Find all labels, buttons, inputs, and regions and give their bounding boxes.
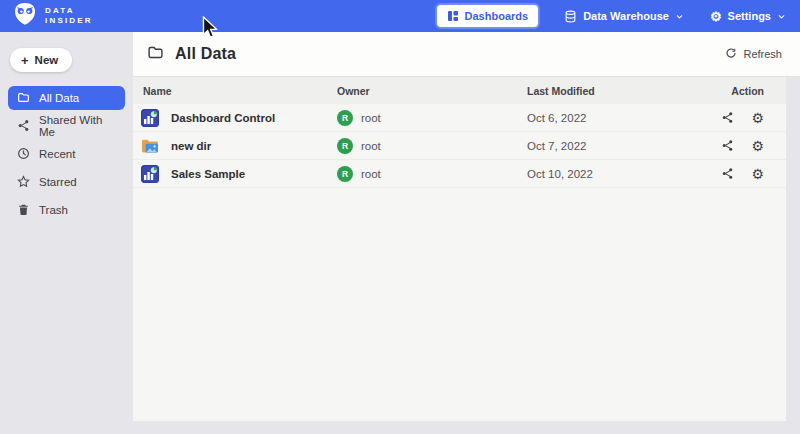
- app-logo: DATA INSIDER: [12, 2, 93, 30]
- owner-name: root: [361, 112, 381, 124]
- table-row[interactable]: Dashboard Control R root Oct 6, 2022: [133, 104, 786, 132]
- sidebar-item-label: All Data: [39, 92, 79, 104]
- owner-avatar: R: [337, 138, 353, 154]
- star-icon: [17, 175, 30, 190]
- sidebar-item-label: Shared With Me: [39, 114, 116, 138]
- last-modified: Oct 10, 2022: [527, 168, 717, 180]
- file-table: Name Owner Last Modified Action: [133, 77, 786, 421]
- column-header-owner: Owner: [337, 85, 527, 97]
- page-header: All Data Refresh: [133, 32, 800, 77]
- last-modified: Oct 7, 2022: [527, 140, 717, 152]
- dashboard-file-icon: [141, 109, 159, 127]
- share-button[interactable]: [721, 167, 734, 180]
- content-area: Name Owner Last Modified Action: [133, 77, 800, 434]
- sidebar-item-starred[interactable]: Starred: [8, 170, 125, 194]
- data-warehouse-label: Data Warehouse: [583, 10, 669, 22]
- logo-line-2: INSIDER: [45, 16, 93, 26]
- top-nav: Dashboards Data Warehouse ⚙ Settings: [437, 5, 786, 27]
- column-header-name: Name: [133, 85, 337, 97]
- gear-icon: ⚙: [710, 10, 722, 23]
- chevron-down-icon: [675, 12, 684, 21]
- sidebar-item-all-data[interactable]: All Data: [8, 86, 125, 110]
- share-button[interactable]: [721, 139, 734, 152]
- refresh-icon: [725, 47, 737, 61]
- data-warehouse-menu[interactable]: Data Warehouse: [564, 10, 684, 23]
- trash-icon: [17, 203, 30, 218]
- chevron-down-icon: [777, 12, 786, 21]
- last-modified: Oct 6, 2022: [527, 112, 717, 124]
- settings-label: Settings: [728, 10, 771, 22]
- app-window: DATA INSIDER Dashboards: [0, 0, 800, 434]
- main-area: All Data Refresh Name Owner: [133, 32, 800, 434]
- folder-icon: [147, 44, 164, 65]
- settings-gear-button[interactable]: ⚙: [751, 139, 764, 153]
- share-button[interactable]: [721, 111, 734, 124]
- folder-icon: [17, 91, 30, 106]
- settings-gear-button[interactable]: ⚙: [751, 167, 764, 181]
- new-button[interactable]: + New: [10, 48, 72, 72]
- file-name[interactable]: Dashboard Control: [171, 112, 275, 124]
- sidebar: + New All Data Shared With: [0, 32, 133, 434]
- dashboards-label: Dashboards: [465, 10, 529, 22]
- table-row[interactable]: Sales Sample R root Oct 10, 2022: [133, 160, 786, 188]
- owner-avatar: R: [337, 166, 353, 182]
- sidebar-item-recent[interactable]: Recent: [8, 142, 125, 166]
- sidebar-item-trash[interactable]: Trash: [8, 198, 125, 222]
- file-name[interactable]: new dir: [171, 140, 211, 152]
- logo-line-1: DATA: [45, 6, 93, 16]
- column-header-action: Action: [717, 85, 786, 97]
- top-bar: DATA INSIDER Dashboards: [0, 0, 800, 32]
- owner-avatar: R: [337, 110, 353, 126]
- plus-icon: +: [21, 55, 29, 66]
- sidebar-item-shared-with-me[interactable]: Shared With Me: [8, 114, 125, 138]
- table-row[interactable]: new dir R root Oct 7, 2022: [133, 132, 786, 160]
- database-icon: [564, 10, 577, 23]
- column-header-last-modified: Last Modified: [527, 85, 717, 97]
- dashboard-grid-icon: [447, 10, 459, 22]
- refresh-button[interactable]: Refresh: [725, 47, 782, 61]
- clock-icon: [17, 147, 30, 162]
- folder-file-icon: [141, 137, 159, 155]
- dashboards-button[interactable]: Dashboards: [437, 5, 539, 27]
- logo-wordmark: DATA INSIDER: [45, 6, 93, 26]
- share-icon: [17, 119, 30, 134]
- page-title: All Data: [175, 45, 236, 63]
- settings-gear-button[interactable]: ⚙: [751, 111, 764, 125]
- settings-menu[interactable]: ⚙ Settings: [710, 10, 786, 23]
- dashboard-file-icon: [141, 165, 159, 183]
- sidebar-item-label: Trash: [39, 204, 68, 216]
- file-name[interactable]: Sales Sample: [171, 168, 245, 180]
- table-header-row: Name Owner Last Modified Action: [133, 77, 786, 104]
- refresh-label: Refresh: [743, 48, 782, 60]
- new-button-label: New: [35, 54, 59, 66]
- owner-name: root: [361, 140, 381, 152]
- owl-logo-icon: [12, 2, 38, 30]
- sidebar-item-label: Starred: [39, 176, 77, 188]
- owner-name: root: [361, 168, 381, 180]
- sidebar-item-label: Recent: [39, 148, 75, 160]
